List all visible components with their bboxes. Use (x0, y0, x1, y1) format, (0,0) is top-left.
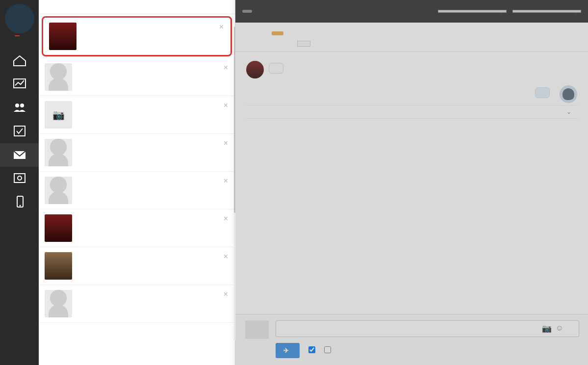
nav-messages[interactable] (0, 143, 39, 167)
avatar (45, 214, 72, 242)
send-via (308, 346, 333, 355)
notif-item[interactable]: 📷 × (39, 96, 235, 134)
svg-point-6 (18, 176, 22, 180)
svg-rect-3 (14, 126, 25, 136)
avatar (45, 63, 72, 91)
open-button[interactable] (272, 31, 283, 35)
chat-thread[interactable]: ⌄ (235, 52, 588, 314)
camera-icon: 📷 (45, 101, 72, 129)
nav-mobile[interactable] (0, 190, 39, 214)
avatar (45, 177, 72, 204)
phone-icon (12, 195, 27, 208)
nav-site[interactable] (0, 49, 39, 73)
nav-sales[interactable] (0, 167, 39, 190)
sort-select[interactable] (438, 10, 507, 13)
close-icon[interactable]: × (224, 252, 228, 261)
close-icon[interactable]: × (219, 23, 224, 31)
close-icon[interactable]: × (224, 214, 228, 223)
avatar (45, 139, 72, 166)
via-email-checkbox[interactable] (308, 346, 317, 353)
topbar (235, 0, 588, 23)
chevron-down-icon: ⌄ (566, 108, 571, 115)
svg-point-2 (20, 104, 24, 107)
svg-point-1 (15, 104, 19, 107)
message-input[interactable] (276, 320, 579, 337)
close-icon[interactable]: × (224, 177, 228, 185)
upload-avatar[interactable] (244, 320, 270, 340)
notif-list[interactable]: × × 📷 × × × × (39, 14, 235, 365)
main-area: ⌄ 📷 ☺ ✈ (235, 0, 588, 365)
nav-tasks[interactable] (0, 120, 39, 143)
ticket-header (235, 23, 588, 52)
via-sms-checkbox[interactable] (324, 346, 333, 353)
notif-badge-row (0, 35, 39, 49)
logo[interactable] (5, 4, 34, 33)
notif-header (39, 0, 235, 14)
notif-item[interactable]: × (39, 209, 235, 247)
close-icon[interactable]: × (224, 63, 228, 72)
filter-select[interactable] (512, 10, 581, 13)
emoji-icon[interactable]: ☺ (556, 324, 563, 333)
client-avatar (246, 61, 264, 78)
notif-item[interactable]: × (39, 134, 235, 172)
requests-pill[interactable] (242, 10, 252, 13)
mail-icon (12, 148, 27, 161)
avatar (49, 23, 77, 50)
message-bubble (269, 63, 283, 74)
notif-item[interactable]: × (39, 247, 235, 285)
started-button[interactable] (297, 41, 310, 47)
check-icon (12, 125, 27, 137)
composer: 📷 ☺ ✈ (235, 314, 588, 365)
home-icon (12, 54, 27, 67)
nav-learning[interactable] (0, 73, 39, 96)
message-bubble (535, 87, 550, 98)
close-icon[interactable]: × (224, 139, 228, 148)
agent-message (246, 85, 577, 103)
client-message (246, 61, 577, 78)
notif-item[interactable]: × (39, 172, 235, 209)
avatar (45, 290, 72, 317)
svg-point-8 (19, 205, 21, 207)
chart-icon (12, 78, 27, 90)
notif-count-badge (15, 35, 20, 36)
notif-item[interactable]: × (42, 16, 232, 56)
close-icon[interactable]: × (224, 101, 228, 110)
users-icon (12, 101, 27, 114)
notif-item[interactable]: × (39, 58, 235, 96)
notif-item[interactable]: × (39, 285, 235, 323)
add-note-bar[interactable]: ⌄ (246, 105, 577, 119)
nav-students[interactable] (0, 96, 39, 120)
avatar (45, 252, 72, 280)
camera-icon[interactable]: 📷 (542, 324, 552, 333)
avatar-placeholder (245, 320, 269, 339)
close-icon[interactable]: × (224, 290, 228, 299)
sidebar (0, 0, 39, 365)
svg-rect-5 (14, 174, 25, 182)
agent-avatar (560, 85, 577, 103)
safe-icon (12, 172, 27, 184)
notifications-panel: × × 📷 × × × × (39, 0, 235, 365)
send-button[interactable]: ✈ (276, 343, 300, 358)
send-icon: ✈ (283, 347, 289, 354)
